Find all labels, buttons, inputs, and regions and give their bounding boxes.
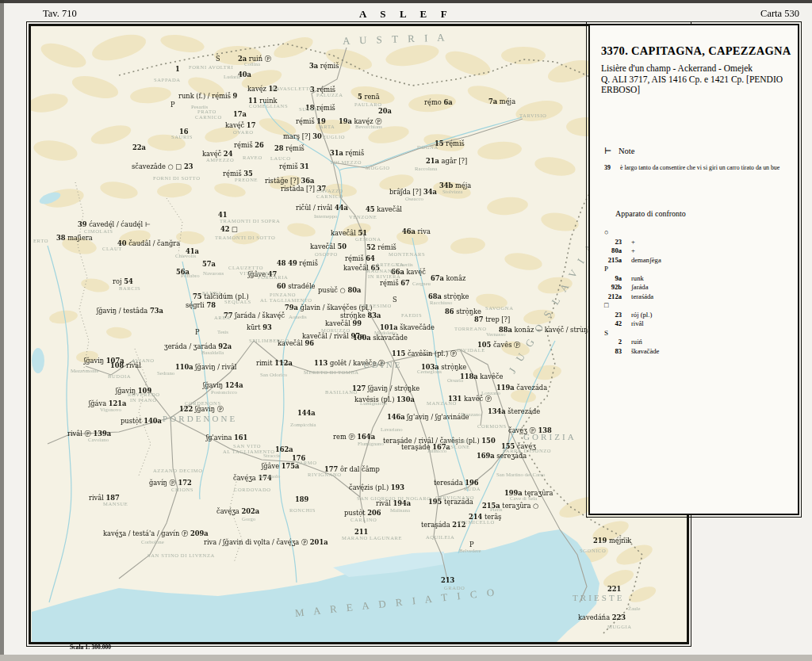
apparato-row: 23rój (pl.) xyxy=(604,311,787,320)
scan-edge-left xyxy=(0,0,4,661)
apparato-word: demanʃèga xyxy=(622,256,661,266)
scan-edge-bottom xyxy=(0,655,812,661)
note-list: 39è largo tanto da consentire che vi si … xyxy=(604,164,791,175)
note-row: 39è largo tanto da consentire che vi si … xyxy=(604,164,791,172)
apparato-row: 42rivâl xyxy=(604,319,787,329)
apparato-word: + xyxy=(622,238,635,247)
adriatic-sea xyxy=(32,529,599,644)
apparato-symbol: □ xyxy=(604,301,787,311)
note-text: è largo tanto da consentire che vi si gi… xyxy=(615,164,791,172)
legend-panel: 3370. CAPITAGNA, CAPEZZAGNA Lisière d'un… xyxy=(588,24,799,515)
apparato-point-number: 215a xyxy=(604,256,622,266)
note-label: Note xyxy=(619,147,634,155)
scan-edge-top xyxy=(0,0,812,3)
note-arrow-icon: ⊢ xyxy=(604,146,619,156)
apparato-point-number: 42 xyxy=(604,319,622,329)
apparato-word: ruiń xyxy=(622,338,642,347)
apparato-symbol: S xyxy=(604,329,787,338)
apparato-point-number: 23 xyxy=(604,238,622,247)
map-number: Carta 530 xyxy=(760,8,799,20)
apparato-row: 92bʃaráda xyxy=(604,283,787,292)
apparato-row: 2ruiń xyxy=(604,338,787,347)
apparato-word: škavačàde xyxy=(622,347,659,357)
province-border xyxy=(75,182,242,563)
scale-text: Scala 1: 300.000 xyxy=(70,644,111,651)
apparato-point-number: 23 xyxy=(604,311,622,320)
apparato-symbol: P xyxy=(604,265,787,274)
apparato-row: 9arunk xyxy=(604,274,787,284)
apparato-point-number: 9a xyxy=(604,274,622,284)
apparato-row: 212ateraśáda xyxy=(604,292,787,302)
apparato-word: runk xyxy=(622,274,644,284)
entry-title: 3370. CAPITAGNA, CAPEZZAGNA xyxy=(601,44,791,58)
apparato-row: 83škavačàde xyxy=(604,347,787,357)
note-number: 39 xyxy=(604,164,615,172)
apparato-row: 80a+ xyxy=(604,246,787,256)
note-header: ⊢Note xyxy=(604,146,634,156)
apparato-point-number: 80a xyxy=(604,246,622,256)
apparato-word: + xyxy=(622,246,635,256)
apparato-point-number: 83 xyxy=(604,347,622,357)
apparato-symbol: ○ xyxy=(604,228,787,238)
entry-subtitle: Lisière d'un champ - Ackerrand - Omejek xyxy=(601,63,753,73)
page-header: Tav. 710 A S L E F Carta 530 xyxy=(0,6,812,22)
apparato-point-number: 92b xyxy=(604,283,622,292)
apparato-row: 23+ xyxy=(604,238,787,247)
apparato-word: rivâl xyxy=(622,319,644,329)
apparato-point-number: 2 xyxy=(604,338,622,347)
apparato-word: rój (pl.) xyxy=(622,311,652,320)
apparato-row: 215ademanʃèga xyxy=(604,256,787,266)
apparato-title: Apparato di confronto xyxy=(615,209,686,218)
apparato-word: teraśáda xyxy=(622,292,653,302)
apparato-point-number: 212a xyxy=(604,292,622,302)
apparato-word: ʃaráda xyxy=(622,283,648,292)
atlas-title: A S L E F xyxy=(0,8,812,21)
atlas-page: { "header": {"left": "Tav. 710", "center… xyxy=(0,0,812,661)
entry-source: Q. ALI 3717, AIS 1416 Cp. e 1421 Cp. [PE… xyxy=(601,75,793,95)
apparato-list: ○23+80a+215ademanʃègaP9arunk92bʃaráda212… xyxy=(604,228,787,356)
terrain-shading xyxy=(29,29,658,605)
